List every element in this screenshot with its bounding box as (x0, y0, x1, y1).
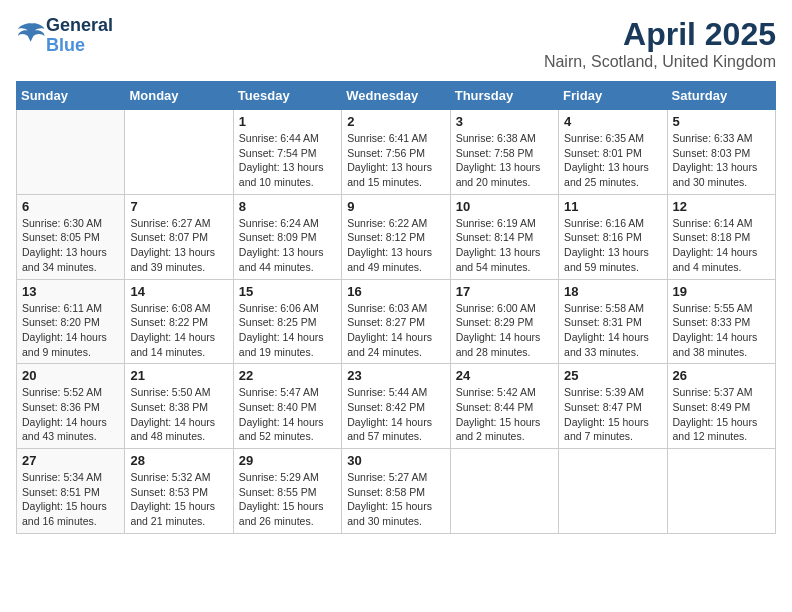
day-number: 4 (564, 114, 661, 129)
day-number: 27 (22, 453, 119, 468)
day-info: Sunrise: 6:24 AM Sunset: 8:09 PM Dayligh… (239, 216, 336, 275)
day-number: 17 (456, 284, 553, 299)
calendar-cell: 20Sunrise: 5:52 AM Sunset: 8:36 PM Dayli… (17, 364, 125, 449)
day-info: Sunrise: 6:14 AM Sunset: 8:18 PM Dayligh… (673, 216, 770, 275)
page-subtitle: Nairn, Scotland, United Kingdom (544, 53, 776, 71)
calendar-cell: 23Sunrise: 5:44 AM Sunset: 8:42 PM Dayli… (342, 364, 450, 449)
page-title: April 2025 (544, 16, 776, 53)
day-info: Sunrise: 5:58 AM Sunset: 8:31 PM Dayligh… (564, 301, 661, 360)
calendar-cell: 14Sunrise: 6:08 AM Sunset: 8:22 PM Dayli… (125, 279, 233, 364)
day-info: Sunrise: 6:06 AM Sunset: 8:25 PM Dayligh… (239, 301, 336, 360)
day-info: Sunrise: 5:29 AM Sunset: 8:55 PM Dayligh… (239, 470, 336, 529)
calendar-cell: 19Sunrise: 5:55 AM Sunset: 8:33 PM Dayli… (667, 279, 775, 364)
day-info: Sunrise: 6:30 AM Sunset: 8:05 PM Dayligh… (22, 216, 119, 275)
day-number: 1 (239, 114, 336, 129)
day-info: Sunrise: 6:11 AM Sunset: 8:20 PM Dayligh… (22, 301, 119, 360)
calendar-cell: 24Sunrise: 5:42 AM Sunset: 8:44 PM Dayli… (450, 364, 558, 449)
day-info: Sunrise: 6:41 AM Sunset: 7:56 PM Dayligh… (347, 131, 444, 190)
weekday-header-wednesday: Wednesday (342, 82, 450, 110)
day-number: 25 (564, 368, 661, 383)
calendar-cell (450, 449, 558, 534)
day-info: Sunrise: 5:32 AM Sunset: 8:53 PM Dayligh… (130, 470, 227, 529)
day-info: Sunrise: 6:03 AM Sunset: 8:27 PM Dayligh… (347, 301, 444, 360)
day-number: 15 (239, 284, 336, 299)
day-number: 14 (130, 284, 227, 299)
day-number: 28 (130, 453, 227, 468)
day-number: 24 (456, 368, 553, 383)
calendar-cell: 9Sunrise: 6:22 AM Sunset: 8:12 PM Daylig… (342, 194, 450, 279)
day-info: Sunrise: 6:19 AM Sunset: 8:14 PM Dayligh… (456, 216, 553, 275)
day-number: 6 (22, 199, 119, 214)
day-number: 11 (564, 199, 661, 214)
calendar-table: SundayMondayTuesdayWednesdayThursdayFrid… (16, 81, 776, 534)
title-block: April 2025 Nairn, Scotland, United Kingd… (544, 16, 776, 71)
day-info: Sunrise: 6:16 AM Sunset: 8:16 PM Dayligh… (564, 216, 661, 275)
logo-text: GeneralBlue (46, 16, 113, 56)
day-info: Sunrise: 6:35 AM Sunset: 8:01 PM Dayligh… (564, 131, 661, 190)
day-number: 9 (347, 199, 444, 214)
calendar-cell: 21Sunrise: 5:50 AM Sunset: 8:38 PM Dayli… (125, 364, 233, 449)
calendar-cell: 26Sunrise: 5:37 AM Sunset: 8:49 PM Dayli… (667, 364, 775, 449)
calendar-cell: 10Sunrise: 6:19 AM Sunset: 8:14 PM Dayli… (450, 194, 558, 279)
day-info: Sunrise: 5:52 AM Sunset: 8:36 PM Dayligh… (22, 385, 119, 444)
day-number: 13 (22, 284, 119, 299)
calendar-cell: 8Sunrise: 6:24 AM Sunset: 8:09 PM Daylig… (233, 194, 341, 279)
calendar-cell: 27Sunrise: 5:34 AM Sunset: 8:51 PM Dayli… (17, 449, 125, 534)
calendar-cell: 22Sunrise: 5:47 AM Sunset: 8:40 PM Dayli… (233, 364, 341, 449)
day-info: Sunrise: 6:08 AM Sunset: 8:22 PM Dayligh… (130, 301, 227, 360)
day-number: 21 (130, 368, 227, 383)
calendar-cell: 11Sunrise: 6:16 AM Sunset: 8:16 PM Dayli… (559, 194, 667, 279)
calendar-cell: 30Sunrise: 5:27 AM Sunset: 8:58 PM Dayli… (342, 449, 450, 534)
day-info: Sunrise: 5:34 AM Sunset: 8:51 PM Dayligh… (22, 470, 119, 529)
day-info: Sunrise: 6:38 AM Sunset: 7:58 PM Dayligh… (456, 131, 553, 190)
day-number: 2 (347, 114, 444, 129)
day-number: 30 (347, 453, 444, 468)
calendar-cell (559, 449, 667, 534)
day-info: Sunrise: 6:27 AM Sunset: 8:07 PM Dayligh… (130, 216, 227, 275)
calendar-cell: 28Sunrise: 5:32 AM Sunset: 8:53 PM Dayli… (125, 449, 233, 534)
day-info: Sunrise: 6:33 AM Sunset: 8:03 PM Dayligh… (673, 131, 770, 190)
day-info: Sunrise: 6:22 AM Sunset: 8:12 PM Dayligh… (347, 216, 444, 275)
day-info: Sunrise: 5:55 AM Sunset: 8:33 PM Dayligh… (673, 301, 770, 360)
calendar-cell: 1Sunrise: 6:44 AM Sunset: 7:54 PM Daylig… (233, 110, 341, 195)
calendar-cell: 18Sunrise: 5:58 AM Sunset: 8:31 PM Dayli… (559, 279, 667, 364)
day-info: Sunrise: 5:50 AM Sunset: 8:38 PM Dayligh… (130, 385, 227, 444)
day-number: 7 (130, 199, 227, 214)
day-number: 23 (347, 368, 444, 383)
calendar-cell: 29Sunrise: 5:29 AM Sunset: 8:55 PM Dayli… (233, 449, 341, 534)
day-number: 10 (456, 199, 553, 214)
weekday-header-friday: Friday (559, 82, 667, 110)
calendar-cell (17, 110, 125, 195)
calendar-cell: 17Sunrise: 6:00 AM Sunset: 8:29 PM Dayli… (450, 279, 558, 364)
day-number: 3 (456, 114, 553, 129)
calendar-cell: 4Sunrise: 6:35 AM Sunset: 8:01 PM Daylig… (559, 110, 667, 195)
day-number: 5 (673, 114, 770, 129)
calendar-cell: 2Sunrise: 6:41 AM Sunset: 7:56 PM Daylig… (342, 110, 450, 195)
logo: GeneralBlue (16, 16, 113, 56)
day-number: 29 (239, 453, 336, 468)
day-number: 26 (673, 368, 770, 383)
day-number: 20 (22, 368, 119, 383)
day-info: Sunrise: 5:47 AM Sunset: 8:40 PM Dayligh… (239, 385, 336, 444)
calendar-cell: 7Sunrise: 6:27 AM Sunset: 8:07 PM Daylig… (125, 194, 233, 279)
day-number: 18 (564, 284, 661, 299)
day-info: Sunrise: 5:42 AM Sunset: 8:44 PM Dayligh… (456, 385, 553, 444)
day-info: Sunrise: 5:27 AM Sunset: 8:58 PM Dayligh… (347, 470, 444, 529)
day-info: Sunrise: 5:39 AM Sunset: 8:47 PM Dayligh… (564, 385, 661, 444)
day-number: 12 (673, 199, 770, 214)
day-number: 19 (673, 284, 770, 299)
calendar-cell (125, 110, 233, 195)
weekday-header-monday: Monday (125, 82, 233, 110)
calendar-cell: 5Sunrise: 6:33 AM Sunset: 8:03 PM Daylig… (667, 110, 775, 195)
calendar-cell: 25Sunrise: 5:39 AM Sunset: 8:47 PM Dayli… (559, 364, 667, 449)
weekday-header-tuesday: Tuesday (233, 82, 341, 110)
day-info: Sunrise: 5:44 AM Sunset: 8:42 PM Dayligh… (347, 385, 444, 444)
day-info: Sunrise: 6:44 AM Sunset: 7:54 PM Dayligh… (239, 131, 336, 190)
calendar-cell: 13Sunrise: 6:11 AM Sunset: 8:20 PM Dayli… (17, 279, 125, 364)
calendar-cell: 12Sunrise: 6:14 AM Sunset: 8:18 PM Dayli… (667, 194, 775, 279)
day-number: 16 (347, 284, 444, 299)
weekday-header-thursday: Thursday (450, 82, 558, 110)
calendar-cell (667, 449, 775, 534)
day-info: Sunrise: 6:00 AM Sunset: 8:29 PM Dayligh… (456, 301, 553, 360)
day-number: 22 (239, 368, 336, 383)
